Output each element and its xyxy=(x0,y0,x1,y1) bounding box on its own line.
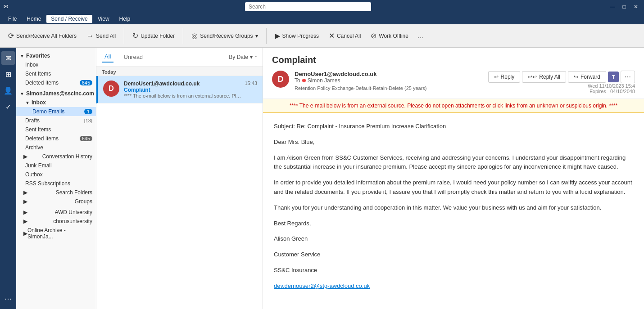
reply-all-icon: ↩↩ xyxy=(528,74,537,80)
simon-account-header[interactable]: ▼ SimonJames@sscinc.com xyxy=(16,89,96,98)
email-item-complaint[interactable]: D DemoUser1@awdcloud.co.uk Complaint ***… xyxy=(96,76,263,103)
folder-label: Deleted Items xyxy=(25,135,59,142)
email-sig-title: Customer Service xyxy=(274,250,633,260)
folder-item-chorus[interactable]: ▶ chorusuniversity xyxy=(16,217,96,226)
folder-item-drafts[interactable]: Drafts [13] xyxy=(16,116,96,125)
groups-chevron-icon: ▶ xyxy=(23,198,27,205)
close-button[interactable]: ✕ xyxy=(631,2,640,11)
folder-item-outbox[interactable]: Outbox xyxy=(16,170,96,179)
folder-item-online-archive[interactable]: ▶ Online Archive - SimonJa... xyxy=(16,226,96,241)
work-offline-button[interactable]: ⊘ Work Offline xyxy=(366,30,413,42)
sort-button[interactable]: By Date ▾ ↑ xyxy=(229,54,257,60)
folder-label: Junk Email xyxy=(25,162,52,169)
folder-badge: 1 xyxy=(84,109,92,114)
chorus-chevron-icon: ▶ xyxy=(23,218,27,224)
cancel-all-button[interactable]: ✕ Cancel All xyxy=(324,30,365,42)
ribbon-group-folder: ↻ Update Folder xyxy=(128,30,179,42)
ribbon: ⟳ Send/Receive All Folders → Send All ↻ … xyxy=(0,24,644,48)
folder-label: chorusuniversity xyxy=(53,218,92,224)
ribbon-sep-3 xyxy=(266,28,267,44)
email-subject: Complaint xyxy=(124,87,241,93)
update-folder-button[interactable]: ↻ Update Folder xyxy=(128,30,179,42)
menu-view[interactable]: View xyxy=(93,15,114,23)
sender-avatar: D xyxy=(272,71,289,88)
groups-icon: ◎ xyxy=(191,31,198,40)
send-receive-all-button[interactable]: ⟳ Send/Receive All Folders xyxy=(4,30,81,42)
menu-file[interactable]: File xyxy=(4,15,21,23)
sidebar-icon-mail[interactable]: ✉ xyxy=(1,51,15,65)
favorites-chevron-icon: ▼ xyxy=(20,54,24,58)
awd-chevron-icon: ▶ xyxy=(23,209,27,215)
folder-item-search[interactable]: ▶ Search Folders xyxy=(16,188,96,197)
expires-date: 04/10/2048 xyxy=(610,89,635,94)
cancel-all-label: Cancel All xyxy=(337,33,361,39)
favorites-label: Favorites xyxy=(26,53,50,59)
folder-label: Deleted Items xyxy=(25,80,59,86)
to-name: Simon James xyxy=(308,77,340,84)
app-icon: ✉ xyxy=(4,4,8,10)
folder-item-junk[interactable]: Junk Email xyxy=(16,161,96,170)
send-all-button[interactable]: → Send All xyxy=(82,30,120,42)
to-label: To xyxy=(295,77,300,84)
email-sig-name: Alison Green xyxy=(274,234,633,244)
reply-all-button[interactable]: ↩↩ Reply All xyxy=(522,71,566,83)
titlebar: ✉ — □ ✕ xyxy=(0,0,644,13)
sidebar-icon-calendar[interactable]: ⊞ xyxy=(1,67,15,81)
menu-send-receive[interactable]: Send / Receive xyxy=(46,15,92,23)
folder-item-fav-inbox[interactable]: Inbox xyxy=(16,60,96,69)
archive-chevron-icon: ▶ xyxy=(23,230,27,237)
contact-dot-icon xyxy=(302,79,306,82)
folder-item-sent[interactable]: Sent Items xyxy=(16,125,96,134)
ribbon-group-progress: ▶ Show Progress ✕ Cancel All ⊘ Work Offl… xyxy=(270,30,413,42)
minimize-button[interactable]: — xyxy=(608,2,617,11)
sidebar-icon-tasks[interactable]: ✓ xyxy=(1,100,15,113)
reading-pane: Complaint D DemoUser1@awdcloud.co.uk To … xyxy=(263,48,644,309)
reply-button[interactable]: ↩ Reply xyxy=(488,71,521,83)
sidebar-icon-more[interactable]: ⋯ xyxy=(1,292,15,305)
favorites-header[interactable]: ▼ Favorites xyxy=(16,51,96,60)
menu-home[interactable]: Home xyxy=(22,15,45,23)
maximize-button[interactable]: □ xyxy=(620,2,629,11)
show-progress-button[interactable]: ▶ Show Progress xyxy=(270,30,323,42)
forward-icon: ↪ xyxy=(574,74,578,80)
tab-unread[interactable]: Unread xyxy=(121,52,145,62)
folder-item-conv-history[interactable]: ▶ Conversation History xyxy=(16,152,96,161)
folder-item-groups[interactable]: ▶ Groups xyxy=(16,197,96,206)
folder-label: AWD University xyxy=(54,209,92,215)
expires-label: Expires xyxy=(590,89,606,94)
folder-item-demo-emails[interactable]: Demo Emails 1 xyxy=(16,107,96,116)
ribbon-more-button[interactable]: ... xyxy=(415,30,426,42)
send-receive-all-label: Send/Receive All Folders xyxy=(16,33,77,39)
menu-help[interactable]: Help xyxy=(115,15,135,23)
email-list-header: All Unread By Date ▾ ↑ xyxy=(96,48,263,67)
teams-icon: T xyxy=(608,72,619,82)
folder-item-awd[interactable]: ▶ AWD University xyxy=(16,208,96,217)
inbox-label: Inbox xyxy=(32,99,46,106)
tab-all[interactable]: All xyxy=(102,51,113,63)
inbox-subheader[interactable]: ▼ Inbox xyxy=(16,98,96,107)
email-sig-email-link[interactable]: dev.demouser2@stg-awdcloud.co.uk xyxy=(274,282,370,289)
refresh-icon: ⟳ xyxy=(8,31,14,40)
titlebar-search[interactable] xyxy=(8,2,608,11)
titlebar-left: ✉ xyxy=(4,4,8,10)
more-actions-button[interactable]: ⋯ xyxy=(621,71,635,83)
work-offline-label: Work Offline xyxy=(379,33,408,39)
reading-expires: Expires 04/10/2048 xyxy=(590,89,635,94)
reading-date: Wed 11/10/2023 15:4 xyxy=(588,83,635,89)
folder-item-rss[interactable]: RSS Subscriptions xyxy=(16,179,96,188)
send-receive-groups-button[interactable]: ◎ Send/Receive Groups ▾ xyxy=(187,30,262,42)
show-progress-label: Show Progress xyxy=(282,33,319,39)
folder-item-deleted[interactable]: Deleted Items 645 xyxy=(16,134,96,143)
update-icon: ↻ xyxy=(132,31,138,40)
ribbon-group-send: ⟳ Send/Receive All Folders → Send All xyxy=(4,30,120,42)
folder-item-archive[interactable]: Archive xyxy=(16,143,96,152)
forward-button[interactable]: ↪ Forward xyxy=(568,71,606,83)
email-closing: Best Regards, xyxy=(274,219,633,228)
folder-item-fav-deleted[interactable]: Deleted Items 645 xyxy=(16,78,96,87)
ribbon-group-groups: ◎ Send/Receive Groups ▾ xyxy=(187,30,262,42)
reading-to: To Simon James xyxy=(295,77,483,84)
folder-item-fav-sent[interactable]: Sent Items xyxy=(16,69,96,78)
sidebar-icon-people[interactable]: 👤 xyxy=(1,84,15,97)
search-input[interactable] xyxy=(245,2,371,11)
offline-icon: ⊘ xyxy=(371,31,376,40)
